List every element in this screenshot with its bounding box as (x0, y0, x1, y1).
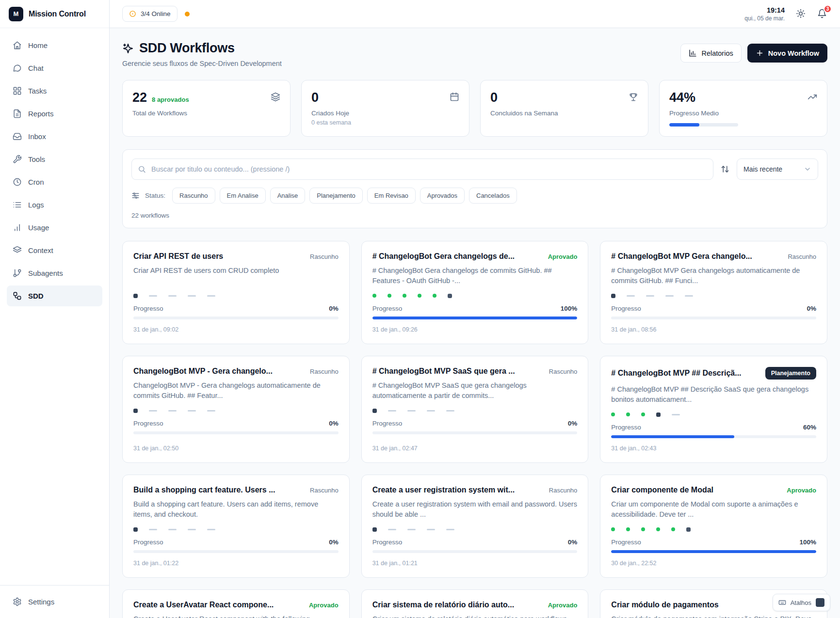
status-chip-cancelados[interactable]: Cancelados (469, 188, 517, 204)
sidebar-item-logs[interactable]: Logs (7, 194, 102, 215)
progress-label: Progresso (133, 420, 163, 427)
sidebar-item-home[interactable]: Home (7, 35, 102, 56)
status-chip-analise[interactable]: Analise (270, 188, 306, 204)
stat-label: Progresso Medio (669, 110, 817, 117)
sort-direction-icon[interactable] (721, 165, 729, 174)
workflow-card[interactable]: Criar API REST de usersRascunhoCriar API… (122, 241, 350, 344)
workflow-card[interactable]: Build a shopping cart feature. Users ...… (122, 475, 350, 578)
progress-step (665, 295, 674, 297)
workflow-title: # ChangelogBot MVP ## Descriçã... (611, 369, 760, 378)
workflow-card[interactable]: # ChangelogBot MVP ## Descriçã...Planeja… (600, 356, 827, 463)
notifications-button[interactable]: 3 (817, 9, 827, 19)
sidebar-item-chat[interactable]: Chat (7, 58, 102, 79)
progress-step (407, 410, 416, 412)
chevron-down-icon (804, 165, 811, 173)
plus-icon (756, 49, 764, 57)
sun-icon (796, 9, 806, 18)
workflow-date: 31 de jan., 02:43 (611, 438, 816, 452)
workflow-description: Criar um sistema de relatório diário aut… (372, 614, 578, 618)
sidebar-item-tools[interactable]: Tools (7, 149, 102, 170)
sidebar-item-sdd[interactable]: SDD (7, 285, 102, 306)
workflow-steps (611, 527, 816, 532)
notification-count-badge: 3 (824, 5, 832, 13)
filters-panel: Mais recente Status: RascunhoEm AnaliseA… (122, 149, 827, 228)
gear-icon (13, 597, 22, 606)
workflow-card[interactable]: # ChangelogBot MVP Gera changelo...Rascu… (600, 241, 827, 344)
progress-step (168, 410, 177, 412)
workflow-title: Criar módulo de pagamentos (611, 601, 782, 609)
workflow-grid: Criar API REST de usersRascunhoCriar API… (122, 241, 827, 618)
status-chip-rascunho[interactable]: Rascunho (172, 188, 215, 204)
progress-step (388, 294, 391, 298)
progress-step (611, 527, 615, 531)
sidebar-item-reports[interactable]: Reports (7, 103, 102, 124)
workflow-description: Criar módulo de pagamentos com integraçã… (611, 614, 816, 618)
sidebar-item-label: Subagents (28, 269, 63, 277)
workflow-status-badge: Rascunho (310, 487, 339, 494)
workflow-status-badge: Rascunho (310, 253, 339, 260)
workflow-date: 31 de jan., 01:21 (372, 553, 578, 567)
progress-percent: 100% (799, 539, 816, 546)
sidebar-item-label: Chat (28, 64, 44, 72)
page-actions: Relatorios Novo Workflow (680, 44, 827, 63)
progress-step (207, 295, 215, 297)
progress-percent: 60% (803, 424, 816, 431)
workflow-title: # ChangelogBot Gera changelogs de... (372, 252, 543, 261)
workflow-status-badge: Planejamento (765, 367, 816, 380)
sidebar-item-subagents[interactable]: Subagents (7, 263, 102, 284)
sort-select[interactable]: Mais recente (737, 158, 818, 180)
clock-date: qui., 05 de mar. (744, 15, 785, 22)
workflow-card[interactable]: Criar sistema de relatório diário auto..… (361, 589, 589, 618)
trending-up-icon (808, 92, 817, 102)
online-status-chip[interactable]: 3/4 Online (122, 6, 178, 22)
status-filter-label: Status: (145, 192, 165, 199)
workflow-description: Create a user registration system with e… (372, 499, 578, 519)
new-workflow-button[interactable]: Novo Workflow (747, 44, 827, 63)
new-workflow-button-label: Novo Workflow (768, 49, 819, 57)
progress-step (646, 295, 654, 297)
theme-toggle-button[interactable] (795, 9, 806, 19)
sidebar-item-settings[interactable]: Settings (7, 591, 102, 612)
progress-step (372, 527, 377, 532)
workflow-title: Criar componente de Modal (611, 486, 782, 494)
workflow-steps (372, 408, 578, 413)
sidebar-item-label: Logs (28, 201, 44, 209)
shortcuts-button[interactable]: Atalhos (773, 594, 830, 611)
status-chip-em-revisao[interactable]: Em Revisao (367, 188, 416, 204)
workflow-card[interactable]: Criar componente de ModalAprovadoCriar u… (600, 475, 827, 578)
reports-button[interactable]: Relatorios (680, 44, 741, 63)
progress-step (685, 295, 693, 297)
progress-label: Progresso (611, 305, 641, 312)
workflow-card[interactable]: Create a user registration system wit...… (361, 475, 589, 578)
progress-label: Progresso (611, 539, 641, 546)
sidebar-item-tasks[interactable]: Tasks (7, 80, 102, 101)
workflow-card[interactable]: # ChangelogBot MVP SaaS que gera ...Rasc… (361, 356, 589, 463)
gauge-icon (129, 10, 136, 17)
progress-step (133, 527, 138, 532)
clock-icon (13, 177, 22, 187)
sidebar-item-inbox[interactable]: Inbox (7, 126, 102, 147)
bar-chart-icon (13, 223, 22, 232)
status-chip-aprovados[interactable]: Aprovados (420, 188, 465, 204)
search-icon (138, 165, 146, 174)
workflow-card[interactable]: ChangelogBot MVP - Gera changelo...Rascu… (122, 356, 350, 463)
status-chip-em-analise[interactable]: Em Analise (220, 188, 266, 204)
workflow-card[interactable]: Create a UserAvatar React compone...Apro… (122, 589, 350, 618)
progress-step (149, 410, 157, 412)
workflow-description: Criar API REST de users com CRUD complet… (133, 266, 339, 285)
status-dot (185, 12, 190, 16)
sidebar-item-label: Cron (28, 178, 44, 186)
search-input[interactable] (131, 158, 713, 180)
status-chip-planejamento[interactable]: Planejamento (309, 188, 363, 204)
workflow-date: 31 de jan., 09:26 (372, 319, 578, 333)
progress-step (133, 409, 138, 413)
workflow-card[interactable]: # ChangelogBot Gera changelogs de...Apro… (361, 241, 589, 344)
progress-step (446, 410, 454, 412)
sidebar-item-usage[interactable]: Usage (7, 217, 102, 238)
workflow-description: # ChangelogBot Gera changelogs de commit… (372, 266, 578, 285)
sidebar-item-cron[interactable]: Cron (7, 172, 102, 192)
stat-card-total-de-workflows: 228 aprovadosTotal de Workflows (122, 80, 291, 137)
workflow-steps (372, 293, 578, 298)
sidebar-item-context[interactable]: Context (7, 240, 102, 261)
stat-card-criados-hoje: 0Criados Hoje0 esta semana (301, 80, 469, 137)
